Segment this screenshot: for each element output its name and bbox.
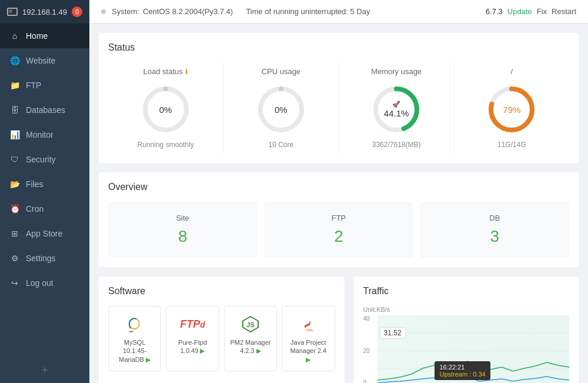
ftpd-name: Pure-Ftpd 1.0.49 ▶	[171, 338, 213, 355]
status-grid: Load status ℹ 0% Running smoothly	[108, 62, 569, 154]
topbar-system-info: System: CentOS 8.2.2004(Py3.7.4) Time of…	[101, 7, 486, 16]
appstore-icon: ⊞	[9, 228, 20, 239]
overview-db-card[interactable]: DB 3	[420, 202, 569, 258]
cpu-status-item: CPU usage 0% 10 Core	[223, 62, 339, 154]
cron-icon: ⏰	[9, 204, 20, 214]
status-title: Status	[108, 42, 569, 53]
traffic-y-labels: 40 20 0	[363, 315, 370, 383]
tooltip-upstream: Upstream : 0.34	[439, 371, 485, 378]
load-status-label: Load status ℹ	[143, 67, 188, 76]
sidebar-item-website[interactable]: 🌐 Website	[0, 48, 89, 73]
memory-sublabel: 3362/7618(MB)	[372, 141, 421, 149]
disk-value: 79%	[503, 105, 520, 115]
software-grid: MySQL 10.1.45-MariaDB ▶ FTPd Pure-Ftpd 1…	[108, 306, 335, 371]
sidebar-item-security[interactable]: 🛡 Security	[0, 147, 89, 172]
page-content: Status Load status ℹ 0%	[89, 24, 588, 383]
ftp-value: 2	[276, 227, 401, 246]
overview-ftp-card[interactable]: FTP 2	[264, 202, 413, 258]
system-label: System:	[112, 7, 139, 16]
sidebar-nav: ⌂ Home 🌐 Website 📁 FTP 🗄 Databases 📊 Mon…	[0, 24, 89, 358]
disk-sublabel: 11G/14G	[497, 141, 526, 149]
restart-button[interactable]: Restart	[552, 7, 576, 16]
disk-status-item: / 79% 11G/14G	[455, 62, 569, 154]
ftp-label: FTP	[276, 214, 401, 222]
tooltip-time: 16:22:21	[439, 364, 485, 371]
site-value: 8	[120, 227, 245, 246]
update-button[interactable]: Update	[507, 7, 532, 16]
java-name: Java Project Manager 2.4 ▶	[287, 338, 329, 364]
sidebar: 192.168.1.49 0 ⌂ Home 🌐 Website 📁 FTP 🗄 …	[0, 0, 89, 383]
sidebar-item-label: FTP	[26, 81, 41, 90]
ftp-icon: 📁	[9, 80, 20, 91]
sidebar-item-label: Monitor	[26, 130, 54, 139]
cpu-donut: 0%	[255, 83, 308, 136]
version-label: 6.7.3	[486, 7, 503, 16]
system-value: CentOS 8.2.2004(Py3.7.4)	[143, 7, 233, 16]
overview-section: Overview Site 8 FTP 2 DB 3	[99, 172, 579, 267]
sidebar-item-monitor[interactable]: 📊 Monitor	[0, 122, 89, 147]
traffic-title: Traffic	[363, 286, 569, 297]
logout-icon: ↪	[9, 278, 20, 288]
y-label-0: 0	[363, 379, 370, 383]
sidebar-item-cron[interactable]: ⏰ Cron	[0, 197, 89, 221]
nodejs-icon: JS	[229, 314, 272, 335]
shield-icon: 🛡	[9, 154, 20, 165]
status-dot	[101, 9, 106, 14]
sidebar-item-logout[interactable]: ↪ Log out	[0, 271, 89, 295]
sidebar-item-label: Security	[26, 155, 56, 164]
memory-donut: 🚀 44.1%	[370, 83, 423, 136]
software-ftpd[interactable]: FTPd Pure-Ftpd 1.0.49 ▶	[166, 306, 219, 371]
y-label-20: 20	[363, 348, 370, 354]
sidebar-item-databases[interactable]: 🗄 Databases	[0, 98, 89, 122]
notification-badge: 0	[72, 6, 82, 17]
sidebar-ip: 192.168.1.49	[22, 8, 72, 16]
add-button[interactable]: +	[0, 358, 89, 383]
fix-button[interactable]: Fix	[537, 7, 547, 16]
uptime-label: Time of running uninterrupted: 5 Day	[246, 7, 370, 16]
mysql-name: MySQL 10.1.45-MariaDB ▶	[113, 338, 156, 364]
sidebar-item-settings[interactable]: ⚙ Settings	[0, 246, 89, 271]
sidebar-header: 192.168.1.49 0	[0, 0, 89, 24]
sidebar-item-label: App Store	[26, 229, 62, 238]
pm2-name: PM2 Manager 4.2.3 ▶	[229, 338, 272, 355]
cpu-sublabel: 10 Core	[269, 141, 294, 149]
memory-status-item: Memory usage 🚀 44.1% 3362/7618(MB)	[339, 62, 455, 154]
memory-label: Memory usage	[371, 67, 422, 76]
home-icon: ⌂	[9, 31, 20, 41]
files-icon: 📂	[9, 179, 20, 189]
disk-label: /	[511, 67, 513, 76]
memory-value: 🚀 44.1%	[384, 101, 409, 118]
sidebar-item-label: Website	[26, 56, 55, 65]
load-value: 0%	[159, 105, 172, 115]
sidebar-item-files[interactable]: 📂 Files	[0, 172, 89, 197]
website-icon: 🌐	[9, 55, 20, 66]
monitor-nav-icon: 📊	[9, 129, 20, 140]
bottom-grid: Software MySQL 10.1.45-MariaDB ▶	[99, 277, 579, 383]
sidebar-item-appstore[interactable]: ⊞ App Store	[0, 221, 89, 246]
traffic-unit: Unit:KB/s	[363, 306, 569, 313]
java-icon	[287, 314, 329, 335]
load-status-item: Load status ℹ 0% Running smoothly	[108, 62, 223, 154]
traffic-section: Traffic Unit:KB/s 40 20 0	[354, 277, 579, 383]
software-mysql[interactable]: MySQL 10.1.45-MariaDB ▶	[108, 306, 161, 371]
software-java[interactable]: Java Project Manager 2.4 ▶	[282, 306, 335, 371]
svg-text:JS: JS	[246, 321, 254, 328]
software-pm2[interactable]: JS PM2 Manager 4.2.3 ▶	[224, 306, 277, 371]
overview-site-card[interactable]: Site 8	[108, 202, 257, 258]
sidebar-item-ftp[interactable]: 📁 FTP	[0, 73, 89, 98]
load-donut: 0%	[139, 83, 192, 136]
sidebar-item-label: Cron	[26, 204, 44, 214]
mysql-icon	[113, 314, 156, 335]
topbar-right: 6.7.3 Update Fix Restart	[486, 7, 576, 16]
sidebar-item-label: Databases	[26, 105, 65, 115]
overview-grid: Site 8 FTP 2 DB 3	[108, 202, 569, 258]
site-label: Site	[120, 214, 245, 222]
cpu-value: 0%	[275, 105, 288, 115]
traffic-area: 31.52 16:22:21 Upstream : 0.34	[377, 315, 569, 383]
info-icon: ℹ	[185, 68, 188, 76]
cpu-label: CPU usage	[262, 67, 300, 76]
traffic-current-value: 31.52	[380, 327, 406, 339]
sidebar-item-home[interactable]: ⌂ Home	[0, 24, 89, 48]
load-sublabel: Running smoothly	[138, 141, 194, 149]
overview-title: Overview	[108, 182, 569, 192]
